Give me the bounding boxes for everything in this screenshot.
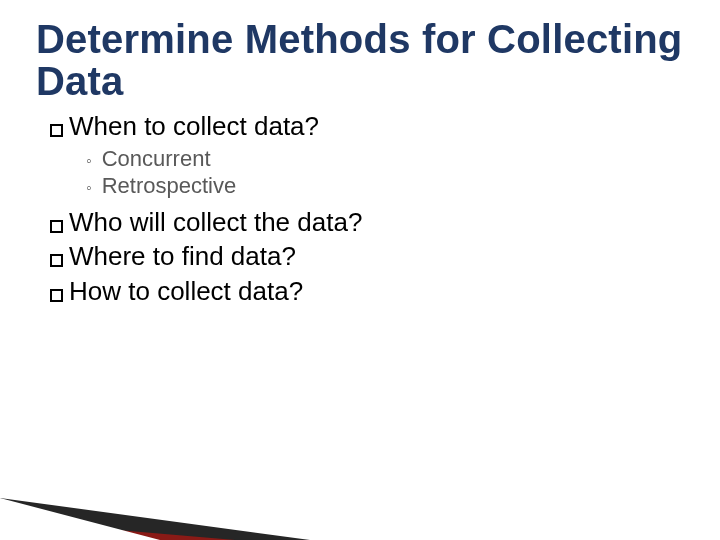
- square-bullet-icon: [50, 289, 63, 302]
- decorative-wedge-cut: [0, 498, 160, 540]
- slide-title: Determine Methods for Collecting Data: [36, 18, 684, 102]
- sub-bullet-text: Retrospective: [102, 172, 237, 200]
- sub-bullet-marker-icon: ◦: [86, 178, 92, 198]
- sub-bullet-item: ◦ Retrospective: [86, 172, 684, 200]
- bullet-text: When to collect data?: [69, 110, 319, 143]
- sub-bullet-item: ◦ Concurrent: [86, 145, 684, 173]
- slide: Determine Methods for Collecting Data Wh…: [0, 0, 720, 540]
- sub-bullet-marker-icon: ◦: [86, 151, 92, 171]
- bullet-item: Who will collect the data?: [50, 206, 684, 239]
- bullet-text: How to collect data?: [69, 275, 303, 308]
- slide-body: When to collect data? ◦ Concurrent ◦ Ret…: [36, 110, 684, 307]
- square-bullet-icon: [50, 254, 63, 267]
- bullet-text: Where to find data?: [69, 240, 296, 273]
- sub-bullet-text: Concurrent: [102, 145, 211, 173]
- square-bullet-icon: [50, 124, 63, 137]
- bullet-item: Where to find data?: [50, 240, 684, 273]
- bullet-item: When to collect data?: [50, 110, 684, 143]
- square-bullet-icon: [50, 220, 63, 233]
- sub-bullet-list: ◦ Concurrent ◦ Retrospective: [86, 145, 684, 200]
- bullet-item: How to collect data?: [50, 275, 684, 308]
- bullet-text: Who will collect the data?: [69, 206, 362, 239]
